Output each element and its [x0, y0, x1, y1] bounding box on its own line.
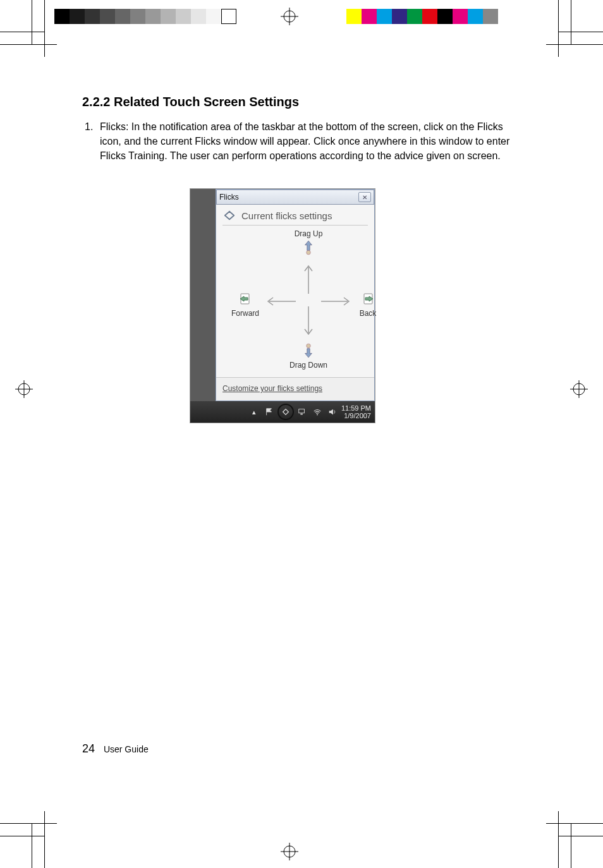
volume-icon[interactable]: [327, 407, 338, 417]
desktop-background-strip: [190, 189, 216, 401]
close-button[interactable]: ✕: [358, 192, 371, 202]
direction-up-label: Drag Up: [283, 229, 334, 238]
registration-mark-right: [570, 380, 588, 398]
svg-rect-17: [300, 414, 303, 415]
arrow-down-icon: [303, 306, 314, 337]
svg-point-0: [284, 11, 295, 22]
crop-mark-bl: [0, 811, 57, 868]
clock-time: 11:59 PM: [341, 404, 371, 412]
direction-right-label: Back: [343, 309, 393, 318]
direction-down: Drag Down: [283, 342, 334, 370]
crop-mark-tr: [546, 0, 603, 57]
footer-label: User Guide: [104, 744, 149, 754]
arrow-up-icon: [303, 263, 314, 294]
registration-mark-bottom: [281, 843, 298, 860]
section-number: 2.2.2: [82, 95, 110, 109]
flicks-screenshot: Flicks ✕ Current flicks settings: [190, 188, 375, 423]
flicks-tray-icon[interactable]: [281, 407, 291, 417]
direction-left-label: Forward: [220, 309, 271, 318]
section-heading: 2.2.2 Related Touch Screen Settings: [82, 95, 525, 109]
svg-point-9: [573, 383, 585, 395]
clock-date: 1/9/2007: [341, 412, 371, 419]
svg-point-18: [317, 414, 318, 416]
customize-flicks-link[interactable]: Customize your flicks settings: [216, 377, 374, 401]
taskbar-clock[interactable]: 11:59 PM 1/9/2007: [341, 404, 371, 419]
colour-bar: [346, 9, 528, 24]
svg-point-13: [307, 344, 311, 348]
window-titlebar[interactable]: Flicks ✕: [216, 190, 374, 205]
svg-point-12: [307, 250, 311, 255]
drag-up-icon: [300, 238, 317, 256]
list-item-1-text: Flicks: In the notification area of the …: [100, 121, 509, 161]
notification-area: ▴: [249, 404, 338, 420]
section-title: Related Touch Screen Settings: [114, 95, 299, 109]
flicks-tray-icon-highlight: [277, 404, 294, 420]
show-hidden-icons-icon[interactable]: ▴: [249, 407, 259, 417]
window-title: Flicks: [219, 193, 239, 202]
crop-mark-tl: [0, 0, 57, 57]
registration-mark-left: [15, 380, 33, 398]
close-icon: ✕: [362, 194, 367, 201]
page-footer: 24 User Guide: [82, 742, 149, 756]
drag-down-icon: [300, 342, 317, 359]
svg-point-3: [284, 846, 295, 857]
list-item-1-number: 1.: [85, 119, 100, 134]
flicks-icon: [222, 210, 236, 221]
flag-icon[interactable]: [264, 407, 274, 417]
direction-up: Drag Up: [283, 228, 334, 256]
wifi-icon[interactable]: [312, 407, 322, 417]
direction-down-label: Drag Down: [283, 361, 334, 370]
list-item-1: 1.Flicks: In the notification area of th…: [82, 119, 525, 164]
registration-mark-top: [281, 8, 298, 25]
greyscale-bar: [54, 9, 236, 24]
page-number: 24: [82, 742, 95, 755]
direction-left: Forward: [220, 290, 271, 318]
back-icon: [359, 290, 377, 308]
crop-mark-br: [546, 811, 603, 868]
flicks-direction-grid[interactable]: Drag Up Drag Down Forward: [216, 226, 374, 377]
flicks-heading: Current flicks settings: [241, 210, 332, 221]
direction-right: Back: [343, 290, 393, 318]
svg-rect-16: [299, 409, 305, 413]
svg-point-6: [18, 383, 30, 395]
taskbar: ▴ 11:59 P: [190, 401, 375, 423]
forward-icon: [236, 290, 254, 308]
network-icon[interactable]: [297, 407, 307, 417]
